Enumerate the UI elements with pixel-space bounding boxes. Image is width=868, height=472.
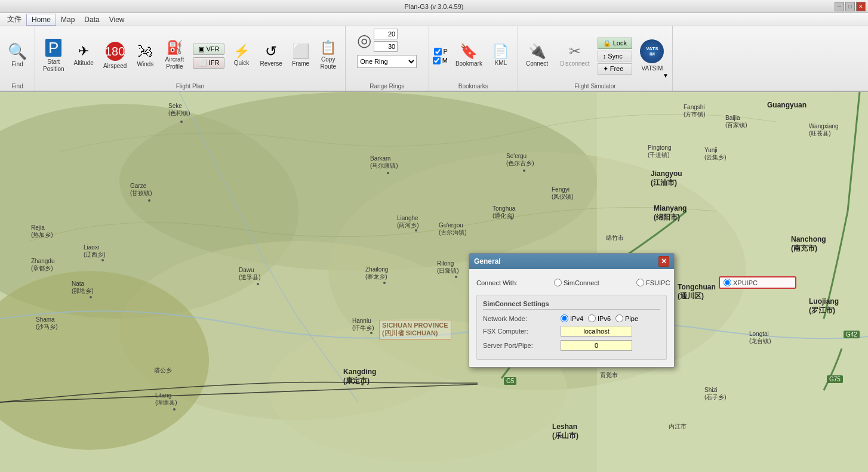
quick-label: Quick (234, 60, 250, 67)
reverse-button[interactable]: ↺ Reverse (256, 35, 286, 77)
menu-file[interactable]: 文件 (2, 13, 26, 26)
minimize-button[interactable]: ─ (835, 2, 844, 11)
connect-with-row: Connect With: SimConnect FSUIPC XPUIPC (476, 276, 667, 289)
fsuipc-option[interactable]: FSUIPC (636, 279, 714, 286)
altitude-icon: ✈ (78, 45, 89, 58)
lock-button[interactable]: 🔒 Lock (598, 38, 632, 49)
quick-button[interactable]: ⚡ Quick (228, 35, 254, 77)
cb-m[interactable] (433, 57, 441, 64)
fsuipc-radio[interactable] (636, 279, 644, 286)
simconnect-option[interactable]: SimConnect (554, 279, 632, 286)
pipe-radio[interactable] (615, 314, 623, 322)
find-label: Find (11, 61, 23, 68)
network-mode-label: Network Mode: (483, 315, 561, 322)
altitude-label: Altitude (74, 60, 94, 67)
cb-m-text: M (442, 57, 448, 64)
map-area[interactable]: Guangyuan Fangshi(方市镇) Baijia(百家镇) Wangx… (0, 92, 868, 472)
cb-p-label[interactable]: P (434, 48, 448, 55)
range-input-1[interactable] (374, 29, 398, 39)
kml-label: KML (495, 60, 507, 67)
fs-content: 🔌 Connect ✂ Disconnect 🔒 Lock ↕ Sync ✦ F… (522, 29, 669, 83)
aircraft-profile-label: AircraftProfile (165, 56, 184, 70)
close-button[interactable]: ✕ (856, 2, 866, 11)
server-port-row: Server Port/Pipe: (483, 340, 660, 351)
fs-expand: ▼ (663, 72, 669, 79)
xpuipc-label: XPUIPC (733, 279, 758, 286)
title-bar: Plan-G3 (v 3.0.4.59) ─ □ ✕ (0, 0, 868, 13)
vatsim-button[interactable]: VATSIM VATSIM (636, 35, 669, 77)
connect-icon: 🔌 (528, 44, 546, 58)
fs-group-label: Flight Simulator (522, 83, 669, 91)
cb-p[interactable] (434, 48, 442, 55)
bookmark-checkboxes: P M (433, 48, 448, 64)
simconnect-section-title: SimConnect Settings (483, 300, 660, 310)
server-port-label: Server Port/Pipe: (483, 342, 561, 349)
range-input-2[interactable] (374, 41, 398, 52)
connect-with-label: Connect With: (476, 279, 554, 286)
free-button[interactable]: ✦ Free (598, 63, 632, 75)
server-port-input[interactable] (561, 340, 632, 351)
simconnect-radio[interactable] (554, 279, 562, 286)
ipv6-radio[interactable] (588, 314, 596, 322)
kml-button[interactable]: 📄 KML (488, 35, 514, 77)
dialog-body: Connect With: SimConnect FSUIPC XPUIPC (469, 269, 674, 367)
connect-button[interactable]: 🔌 Connect (522, 35, 552, 77)
fs-lock-sync-free: 🔒 Lock ↕ Sync ✦ Free (598, 38, 632, 75)
find-button[interactable]: 🔍 Find (4, 35, 31, 77)
menu-home[interactable]: Home (26, 14, 56, 26)
pipe-label: Pipe (625, 315, 638, 322)
bookmark-button[interactable]: 🔖 Bookmark (451, 35, 487, 77)
ifr-button[interactable]: ⬜ IFR (193, 57, 224, 69)
vfr-button[interactable]: ▣ VFR (193, 44, 224, 55)
disconnect-label: Disconnect (560, 60, 589, 67)
app-title: Plan-G3 (v 3.0.4.59) (404, 3, 463, 10)
winds-button[interactable]: 🌬 Winds (132, 35, 158, 77)
airspeed-icon: 180 (106, 42, 125, 61)
aircraft-profile-button[interactable]: ⛽ AircraftProfile (159, 35, 189, 77)
bookmark-label: Bookmark (455, 60, 482, 67)
bookmarks-group-label: Bookmarks (433, 83, 514, 91)
pipe-option[interactable]: Pipe (615, 314, 638, 322)
simconnect-label: SimConnect (564, 279, 599, 286)
altitude-button[interactable]: ✈ Altitude (70, 35, 98, 77)
bookmarks-content: P M 🔖 Bookmark 📄 KML (433, 29, 514, 83)
menu-view[interactable]: View (104, 14, 130, 25)
ribbon-group-bookmarks: P M 🔖 Bookmark 📄 KML Bookmarks (429, 26, 518, 91)
vfr-ifr-group: ▣ VFR ⬜ IFR (193, 44, 224, 69)
start-position-button[interactable]: P StartPosition (39, 35, 69, 77)
maximize-button[interactable]: □ (845, 2, 855, 11)
frame-button[interactable]: ⬜ Frame (288, 35, 314, 77)
ribbon-group-range-rings: ◎ One Ring Two Rings Three Rings Off Ran… (346, 26, 429, 91)
fsx-computer-input[interactable] (561, 326, 632, 337)
bookmark-icon: 🔖 (460, 44, 478, 58)
window-controls: ─ □ ✕ (835, 2, 866, 11)
reverse-label: Reverse (260, 60, 282, 67)
fsx-computer-label: FSX Computer: (483, 328, 561, 335)
cb-m-label[interactable]: M (433, 57, 448, 64)
menu-map[interactable]: Map (56, 14, 79, 25)
xpuipc-option[interactable]: XPUIPC (719, 276, 796, 289)
ribbon: 🔍 Find Find P StartPosition ✈ Altitude 1… (0, 26, 868, 92)
range-rings-select[interactable]: One Ring Two Rings Three Rings Off (357, 55, 417, 68)
copy-route-button[interactable]: 📋 CopyRoute (315, 35, 341, 77)
menu-data[interactable]: Data (79, 14, 104, 25)
vatsim-icon: VATSIM (640, 39, 664, 63)
dialog-close-button[interactable]: ✕ (658, 256, 669, 267)
xpuipc-radio[interactable] (724, 279, 731, 286)
ipv6-option[interactable]: IPv6 (588, 314, 611, 322)
range-rings-content: ◎ One Ring Two Rings Three Rings Off (357, 29, 417, 83)
airspeed-button[interactable]: 180 Airspeed (99, 35, 131, 77)
copy-route-label: CopyRoute (320, 56, 336, 70)
copy-route-icon: 📋 (320, 41, 336, 54)
find-group-label: Find (4, 83, 31, 91)
connect-dialog: General ✕ Connect With: SimConnect FSUIP… (469, 253, 675, 368)
ipv4-radio[interactable] (561, 314, 568, 322)
connect-with-options: SimConnect FSUIPC XPUIPC (554, 276, 796, 289)
kml-icon: 📄 (493, 45, 509, 58)
frame-label: Frame (292, 60, 309, 67)
disconnect-button[interactable]: ✂ Disconnect (556, 35, 593, 77)
aircraft-profile-icon: ⛽ (167, 41, 183, 54)
ipv4-option[interactable]: IPv4 (561, 314, 583, 322)
sync-button[interactable]: ↕ Sync (598, 51, 632, 61)
find-group-content: 🔍 Find (4, 29, 31, 83)
